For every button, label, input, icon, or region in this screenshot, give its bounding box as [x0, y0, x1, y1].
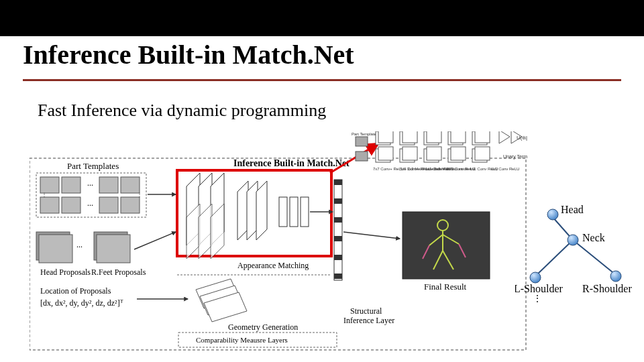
slide-subtitle: Fast Inference via dynamic programming	[38, 101, 326, 121]
svg-rect-86	[451, 147, 466, 160]
svg-rect-3	[62, 177, 80, 193]
svg-rect-39	[334, 217, 342, 223]
svg-rect-29	[290, 197, 298, 227]
label-head-proposals: Head Proposals	[40, 267, 91, 277]
label-geometry: Geometry Generation	[228, 322, 298, 332]
svg-rect-84	[427, 147, 441, 160]
pipeline-figure: Part Templates ··· ··· ⋮ ⋮	[30, 131, 527, 353]
svg-text:1x1 Conv
ReLU: 1x1 Conv ReLU	[491, 167, 519, 171]
svg-rect-7	[40, 197, 59, 213]
svg-line-96	[535, 240, 573, 276]
svg-rect-2	[40, 177, 59, 193]
structural-layer	[334, 180, 342, 280]
title-underline	[23, 79, 621, 81]
svg-rect-78	[356, 152, 368, 161]
svg-rect-65	[451, 131, 466, 143]
figure-heading: Inference Built-in Match.Net	[233, 158, 350, 168]
svg-rect-10	[99, 197, 118, 213]
svg-rect-18	[97, 235, 130, 263]
svg-rect-61	[402, 131, 417, 143]
svg-rect-37	[334, 180, 342, 185]
svg-text:···: ···	[76, 242, 83, 251]
svg-point-98	[547, 209, 558, 220]
label-location: Location of Proposals	[40, 286, 111, 296]
svg-rect-82	[402, 147, 417, 160]
svg-rect-63	[427, 131, 441, 143]
svg-marker-74	[499, 131, 510, 143]
label-ufunc: U(θᵢ|I)	[517, 135, 527, 141]
geometry-planes	[196, 279, 247, 322]
svg-line-55	[343, 232, 400, 239]
label-appearance-matching: Appearance Matching	[237, 261, 309, 270]
part-templates-grid: ··· ··· ⋮ ⋮	[40, 177, 142, 213]
svg-line-97	[573, 240, 616, 275]
svg-rect-11	[121, 197, 140, 213]
svg-rect-28	[279, 197, 287, 227]
svg-rect-38	[334, 198, 342, 204]
svg-text:Part Templates: Part Templates	[352, 132, 378, 136]
label-part-templates: Part Templates	[67, 161, 119, 171]
svg-rect-5	[99, 177, 118, 193]
svg-text:⋮: ⋮	[42, 192, 47, 198]
svg-rect-88	[475, 147, 490, 160]
svg-rect-59	[378, 131, 393, 143]
svg-rect-6	[121, 177, 140, 193]
svg-marker-27	[256, 181, 267, 240]
tree-label-head: Head	[561, 204, 584, 215]
slide-title: Inference Built-in Match.Net	[23, 39, 354, 70]
svg-rect-42	[334, 274, 342, 279]
svg-text:···: ···	[87, 180, 93, 190]
svg-text:···: ···	[87, 200, 93, 210]
proposals-block: ··· Head Proposals R.Feet Proposals	[36, 232, 146, 277]
label-location-formula: [dx, dx², dy, dy², dz, dz²]ᵀ	[40, 298, 123, 308]
svg-rect-40	[334, 236, 342, 241]
label-structural-2: Inference Layer	[343, 316, 394, 325]
svg-line-52	[134, 232, 176, 249]
cnn-detail: Part Templates 1x32x32 24x16x16 64x8x8 9…	[352, 131, 527, 171]
svg-rect-57	[356, 137, 368, 146]
svg-rect-36	[334, 180, 342, 280]
svg-text:⋮: ⋮	[137, 192, 142, 198]
tree-ellipsis: ⋮	[533, 294, 542, 303]
label-comparability: Comparability Meausre Layers	[196, 336, 288, 344]
tree-label-lshoulder: L-Shoulder	[515, 283, 564, 294]
svg-rect-41	[334, 255, 342, 260]
label-structural-1: Structural	[350, 306, 382, 316]
svg-point-101	[610, 271, 621, 282]
slide: Inference Built-in Match.Net Fast Infere…	[0, 0, 644, 362]
body-part-tree: Head Neck L-Shoulder R-Shoulder ⋮	[515, 202, 636, 303]
tree-label-neck: Neck	[582, 232, 605, 243]
top-black-bar	[0, 0, 644, 36]
label-unary-terms: Unary Terms	[503, 154, 527, 160]
svg-rect-8	[62, 197, 80, 213]
svg-rect-67	[475, 131, 490, 143]
svg-rect-15	[39, 235, 72, 263]
svg-point-100	[530, 272, 541, 283]
svg-rect-80	[378, 147, 393, 160]
svg-point-99	[568, 235, 578, 245]
cnn-planes	[186, 173, 309, 259]
label-rfeet-proposals: R.Feet Proposals	[91, 267, 146, 277]
svg-rect-30	[301, 197, 309, 227]
label-final-result: Final Result	[424, 282, 467, 292]
tree-label-rshoulder: R-Shoulder	[582, 283, 632, 294]
